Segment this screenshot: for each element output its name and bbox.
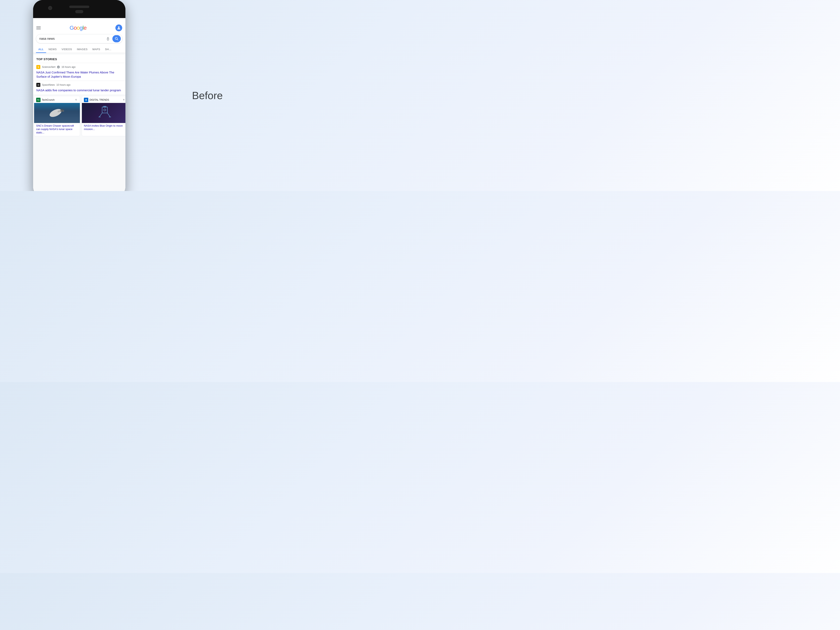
source-name-1: ScienceAlert bbox=[42, 66, 55, 68]
svg-point-6 bbox=[57, 66, 59, 68]
mic-button[interactable] bbox=[104, 35, 112, 42]
front-camera bbox=[48, 6, 52, 10]
source-name-2: SpaceNews bbox=[42, 84, 55, 86]
search-icon bbox=[115, 37, 118, 41]
card-title-1[interactable]: SNC's Dream Chaser spacecraft can supply… bbox=[34, 123, 80, 136]
dt-plus-icon bbox=[85, 98, 87, 101]
profile-button[interactable] bbox=[115, 24, 122, 31]
svg-rect-16 bbox=[103, 106, 106, 107]
lightning-icon bbox=[75, 98, 77, 101]
logo-G: G bbox=[69, 25, 74, 31]
results-area: TOP STORIES S ScienceAlert bbox=[33, 53, 125, 191]
checkmark-icon bbox=[57, 66, 59, 68]
verified-icon bbox=[57, 66, 60, 68]
phone-shell: G o o g l e nasa news bbox=[33, 0, 125, 191]
sciencealert-logo: S bbox=[36, 65, 40, 69]
svg-point-0 bbox=[118, 27, 119, 28]
spacecraft-svg bbox=[48, 107, 66, 119]
news-title-1[interactable]: NASA Just Confirmed There Are Water Plum… bbox=[36, 70, 122, 79]
news-title-2[interactable]: NASA adds five companies to commercial l… bbox=[36, 88, 122, 92]
phone-screen: G o o g l e nasa news bbox=[33, 18, 125, 191]
svg-rect-15 bbox=[102, 107, 107, 113]
card-source-row-1: TC TechCrunch bbox=[34, 96, 80, 103]
card-image-2 bbox=[82, 103, 125, 123]
phone-top-bezel bbox=[33, 0, 125, 18]
svg-marker-14 bbox=[123, 98, 125, 101]
search-bar-container: nasa news bbox=[33, 33, 125, 46]
svg-line-17 bbox=[99, 113, 102, 117]
tab-news[interactable]: NEWS bbox=[46, 46, 59, 53]
svg-marker-7 bbox=[75, 98, 77, 101]
speaker bbox=[69, 6, 89, 8]
svg-point-21 bbox=[104, 109, 106, 111]
card-source-left-2: DIGITAL TRENDS bbox=[84, 98, 109, 102]
flash-icon-1 bbox=[75, 98, 78, 101]
google-app-header: G o o g l e bbox=[33, 23, 125, 33]
card-image-1 bbox=[34, 103, 80, 123]
svg-rect-13 bbox=[85, 100, 87, 100]
card-title-2[interactable]: NASA invites Blue Origin to moon mission… bbox=[82, 123, 125, 133]
spacenews-logo: SN bbox=[36, 83, 40, 87]
card-source-row-2: DIGITAL TRENDS bbox=[82, 96, 125, 103]
search-input[interactable]: nasa news bbox=[39, 37, 104, 41]
logo-o1: o bbox=[74, 25, 77, 31]
google-logo: G o o g l e bbox=[69, 25, 87, 31]
logo-o2: o bbox=[77, 25, 80, 31]
profile-icon bbox=[117, 26, 121, 30]
card-source-left-1: TC TechCrunch bbox=[36, 98, 55, 102]
tab-maps[interactable]: MAPS bbox=[90, 46, 103, 53]
story-card-2[interactable]: DIGITAL TRENDS bbox=[82, 96, 125, 136]
lander-svg bbox=[98, 105, 112, 121]
story-card-1[interactable]: TC TechCrunch bbox=[34, 96, 80, 136]
search-tabs: ALL NEWS VIDEOS IMAGES MAPS SH... bbox=[33, 46, 125, 53]
flash-icon-2 bbox=[122, 98, 125, 101]
svg-rect-11 bbox=[60, 109, 64, 112]
logo-g: g bbox=[80, 25, 83, 31]
source-time-1: 16 hours ago bbox=[62, 66, 76, 68]
svg-line-18 bbox=[107, 113, 110, 117]
digitaltrends-logo bbox=[84, 98, 88, 102]
status-bar bbox=[33, 18, 125, 23]
tab-shopping[interactable]: SH... bbox=[103, 46, 114, 53]
top-stories-card: TOP STORIES S ScienceAlert bbox=[33, 55, 125, 136]
before-label: Before bbox=[192, 90, 223, 101]
news-item-1[interactable]: S ScienceAlert 16 hours ago NASA Just Co… bbox=[33, 63, 125, 81]
search-button[interactable] bbox=[112, 35, 121, 42]
card-source-name-1: TechCrunch bbox=[42, 98, 55, 101]
tab-videos[interactable]: VIDEOS bbox=[59, 46, 74, 53]
techcrunch-logo: TC bbox=[36, 98, 41, 102]
lightning-icon-2 bbox=[122, 98, 125, 101]
logo-e: e bbox=[84, 25, 87, 31]
svg-rect-1 bbox=[107, 37, 109, 39]
cards-row: TC TechCrunch bbox=[33, 94, 125, 136]
svg-line-5 bbox=[117, 39, 118, 40]
tab-all[interactable]: ALL bbox=[36, 46, 46, 53]
top-stories-header: TOP STORIES bbox=[33, 55, 125, 63]
news-source-row-2: SN SpaceNews 10 hours ago bbox=[36, 83, 122, 87]
news-item-2[interactable]: SN SpaceNews 10 hours ago NASA adds five… bbox=[33, 81, 125, 94]
menu-button[interactable] bbox=[36, 27, 41, 29]
proximity-sensor bbox=[75, 10, 83, 13]
card-source-name-2: DIGITAL TRENDS bbox=[90, 98, 109, 101]
mic-icon bbox=[106, 37, 110, 41]
news-source-row-1: S ScienceAlert 16 hours ago bbox=[36, 65, 122, 69]
source-time-2: 10 hours ago bbox=[56, 84, 70, 86]
tab-images[interactable]: IMAGES bbox=[74, 46, 90, 53]
phone-device: G o o g l e nasa news bbox=[33, 0, 125, 191]
search-bar[interactable]: nasa news bbox=[36, 34, 123, 43]
